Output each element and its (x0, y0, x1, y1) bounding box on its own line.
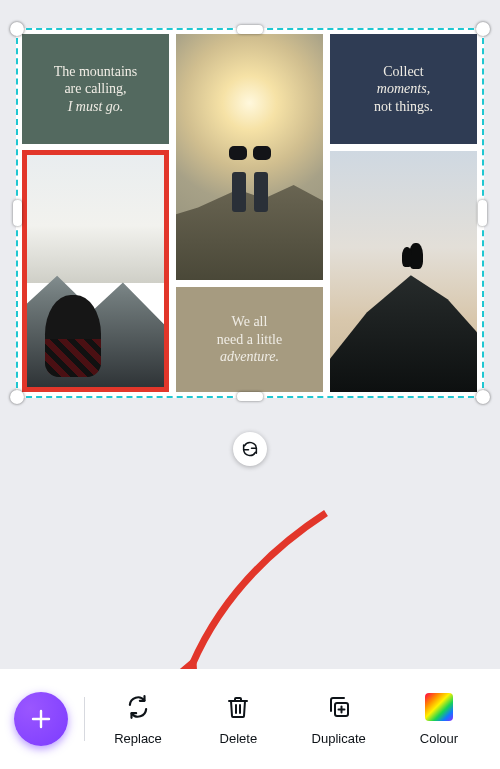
delete-button[interactable]: Delete (199, 693, 277, 746)
resize-handle-tr[interactable] (476, 22, 490, 36)
text-line: I must go. (68, 98, 124, 116)
delete-label: Delete (220, 731, 258, 746)
design-canvas[interactable]: The mountains are calling, I must go. We… (16, 28, 484, 398)
toolbar-divider (84, 697, 85, 741)
resize-handle-bl[interactable] (10, 390, 24, 404)
text-line: We all (232, 313, 268, 331)
resize-handle-br[interactable] (476, 390, 490, 404)
cell-adventure-text[interactable]: We all need a little adventure. (176, 287, 323, 392)
trash-icon (224, 693, 252, 721)
cell-mountains-text[interactable]: The mountains are calling, I must go. (22, 34, 169, 144)
cell-silhouette-photo[interactable] (330, 151, 477, 392)
plus-icon (29, 707, 53, 731)
duplicate-label: Duplicate (312, 731, 366, 746)
text-line: not things. (374, 98, 433, 116)
replace-icon (124, 693, 152, 721)
photo-legs (228, 172, 272, 224)
resize-handle-bottom[interactable] (237, 392, 263, 401)
photo-couple (409, 243, 423, 269)
colour-button[interactable]: Colour (400, 693, 478, 746)
resize-handle-right[interactable] (478, 200, 487, 226)
text-line: The mountains (54, 63, 138, 81)
rotate-icon (241, 440, 259, 458)
photo-boots (228, 146, 272, 162)
text-line: moments, (377, 80, 430, 98)
annotation-arrow (176, 505, 336, 680)
resize-handle-left[interactable] (13, 200, 22, 226)
colour-label: Colour (420, 731, 458, 746)
text-line: Collect (383, 63, 423, 81)
colour-swatch-icon (425, 693, 453, 721)
add-button[interactable] (14, 692, 68, 746)
text-line: need a little (217, 331, 282, 349)
replace-label: Replace (114, 731, 162, 746)
duplicate-button[interactable]: Duplicate (300, 693, 378, 746)
replace-button[interactable]: Replace (99, 693, 177, 746)
rotate-handle[interactable] (233, 432, 267, 466)
photo-person (45, 295, 101, 377)
text-line: are calling, (64, 80, 126, 98)
cell-collect-text[interactable]: Collect moments, not things. (330, 34, 477, 144)
text-line: adventure. (220, 348, 279, 366)
resize-handle-top[interactable] (237, 25, 263, 34)
duplicate-icon (325, 693, 353, 721)
resize-handle-tl[interactable] (10, 22, 24, 36)
cell-sunrise-photo[interactable] (176, 34, 323, 280)
bottom-toolbar: Replace Delete Duplicate (0, 669, 500, 769)
photo-sky (27, 155, 164, 283)
cell-selected-photo[interactable] (22, 150, 169, 392)
